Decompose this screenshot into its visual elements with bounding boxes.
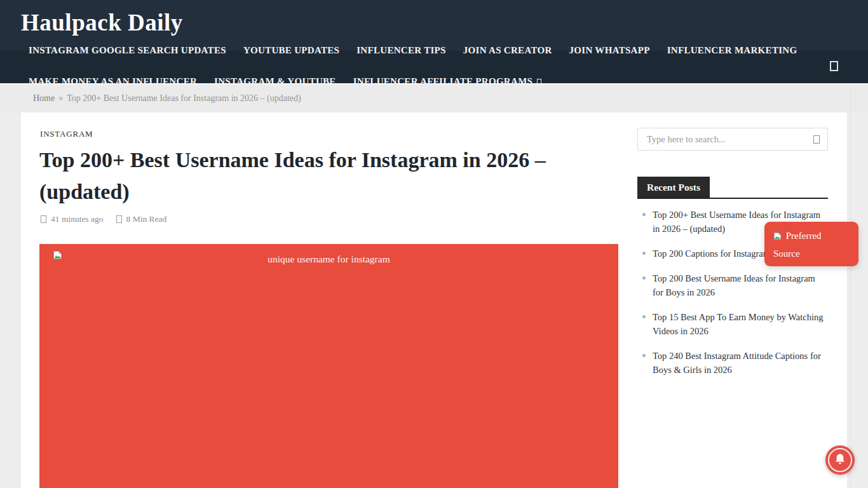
preferred-source-popup[interactable]: Preferred Source xyxy=(764,222,858,266)
broken-image-icon xyxy=(773,232,784,242)
breadcrumb: Home»Top 200+ Best Username Ideas for In… xyxy=(33,93,301,104)
post-meta: 41 minutes ago 8 Min Read xyxy=(41,214,166,224)
clock-icon xyxy=(41,215,46,223)
nav-item[interactable]: INSTAGRAM GOOGLE SEARCH UPDATES xyxy=(29,45,226,56)
book-icon xyxy=(116,215,122,223)
featured-image-alt-text: unique username for instagram xyxy=(39,254,618,265)
recent-posts-heading: Recent Posts xyxy=(637,177,710,198)
recent-post-link-4[interactable]: Top 15 Best App To Earn Money by Watchin… xyxy=(653,312,824,336)
recent-post-link-3[interactable]: Top 200 Best Username Ideas for Instagra… xyxy=(653,273,815,297)
nav-item[interactable]: JOIN AS CREATOR xyxy=(463,45,552,56)
notifications-bell-button[interactable] xyxy=(825,445,855,475)
list-item: Top 15 Best App To Earn Money by Watchin… xyxy=(637,310,828,338)
breadcrumb-home-link[interactable]: Home xyxy=(33,93,55,103)
nav-link-instagram-google-search-updates[interactable]: INSTAGRAM GOOGLE SEARCH UPDATES xyxy=(29,45,226,56)
recent-posts-underline xyxy=(637,198,828,199)
featured-image-broken: unique username for instagram xyxy=(39,244,618,488)
content-container: INSTAGRAM Top 200+ Best Username Ideas f… xyxy=(21,112,847,488)
nav-link-youtube-updates[interactable]: YOUTUBE UPDATES xyxy=(243,45,339,56)
page-title: Top 200+ Best Username Ideas for Instagr… xyxy=(39,144,560,208)
published-time: 41 minutes ago xyxy=(41,214,104,224)
bell-icon xyxy=(834,453,846,467)
search-submit-icon[interactable] xyxy=(813,135,820,144)
nav-item[interactable]: INFLUENCER TIPS xyxy=(356,45,446,56)
nav-link-join-as-creator[interactable]: JOIN AS CREATOR xyxy=(463,45,552,56)
search-input[interactable] xyxy=(638,128,827,150)
published-time-label: 41 minutes ago xyxy=(51,214,104,224)
breadcrumb-separator: » xyxy=(58,93,63,103)
nav-link-influencer-marketing[interactable]: INFLUENCER MARKETING xyxy=(667,45,797,56)
nav-link-influencer-tips[interactable]: INFLUENCER TIPS xyxy=(356,45,446,56)
nav-link-join-whatsapp[interactable]: JOIN WHATSAPP xyxy=(569,45,650,56)
read-time-label: 8 Min Read xyxy=(126,214,167,224)
category-link[interactable]: INSTAGRAM xyxy=(40,129,93,139)
nav-item[interactable]: JOIN WHATSAPP xyxy=(569,45,650,56)
list-item: Top 200 Best Username Ideas for Instagra… xyxy=(637,271,828,299)
content-edge-divider xyxy=(850,83,851,488)
search-toggle-icon[interactable] xyxy=(830,61,838,71)
breadcrumb-band: Home»Top 200+ Best Username Ideas for In… xyxy=(0,83,868,112)
sidebar-search xyxy=(637,128,828,151)
site-logo[interactable]: Haulpack Daily xyxy=(21,9,183,36)
list-item: Top 240 Best Instagram Attitude Captions… xyxy=(637,349,828,377)
read-time: 8 Min Read xyxy=(116,214,167,224)
breadcrumb-current: Top 200+ Best Username Ideas for Instagr… xyxy=(67,93,301,103)
nav-item[interactable]: INFLUENCER MARKETING xyxy=(667,45,797,56)
nav-row-1: INSTAGRAM GOOGLE SEARCH UPDATES YOUTUBE … xyxy=(29,45,797,56)
recent-post-link-5[interactable]: Top 240 Best Instagram Attitude Captions… xyxy=(653,351,821,375)
nav-item[interactable]: YOUTUBE UPDATES xyxy=(243,45,339,56)
